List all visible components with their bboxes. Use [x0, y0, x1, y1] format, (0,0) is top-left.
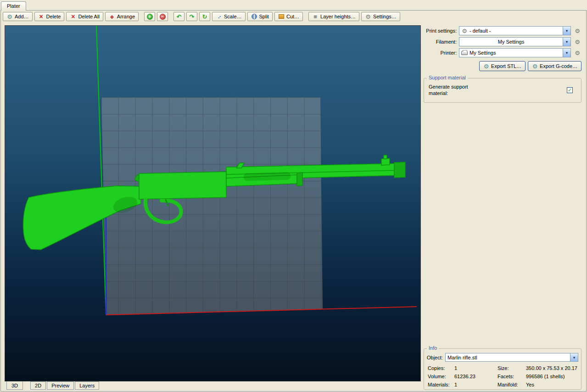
forearm-checkering: [244, 172, 291, 181]
arrange-icon: ◆: [109, 13, 115, 20]
scale-button[interactable]: ↔ Scale…: [212, 12, 246, 21]
size-value: 350.00 x 75.53 x 20.17: [526, 365, 578, 371]
slic3r-window: Plater ⚙ Add… × Delete × Delete All ◆ Ar…: [0, 0, 587, 10]
delete-all-label: Delete All: [78, 14, 99, 19]
print-settings-select[interactable]: ⚙ - default - ▾: [459, 26, 571, 35]
support-material-group: Support material Generate support materi…: [424, 78, 581, 103]
view-tabstrip: 3D 2D Preview Layers: [5, 381, 421, 390]
print-settings-value: - default -: [470, 28, 491, 34]
tab-layers[interactable]: Layers: [75, 381, 99, 390]
delete-button[interactable]: × Delete: [34, 12, 65, 21]
chevron-down-icon[interactable]: ▾: [563, 38, 570, 46]
export-stl-button[interactable]: ⚙ Export STL…: [479, 61, 526, 71]
copies-value: 1: [454, 365, 495, 371]
delete-all-button[interactable]: × Delete All: [66, 12, 103, 21]
plater-page: ⚙ Add… × Delete × Delete All ◆ Arrange +…: [0, 10, 587, 392]
3d-viewport[interactable]: [5, 25, 421, 381]
copies-label: Copies:: [428, 365, 452, 371]
rotate-ccw-icon: ↶: [176, 13, 182, 20]
gear-icon: ⚙: [461, 28, 468, 34]
layer-heights-icon: ≡: [312, 13, 319, 20]
rifle-receiver: [139, 172, 226, 199]
printer-value: My Settings: [470, 50, 496, 56]
print-settings-gear-button[interactable]: ⚙: [573, 28, 581, 34]
materials-label: Materials:: [428, 382, 452, 387]
split-button[interactable]: Split: [247, 12, 273, 21]
split-label: Split: [259, 14, 269, 19]
arrange-label: Arrange: [117, 14, 135, 19]
top-tabstrip: Plater: [0, 0, 587, 10]
chevron-down-icon[interactable]: ▾: [563, 49, 570, 57]
materials-value: 1: [454, 382, 495, 387]
rotate-ccw-button[interactable]: ↶: [173, 12, 184, 21]
rifle-front-sight: [381, 158, 390, 165]
manifold-label: Manifold:: [498, 382, 523, 387]
filament-value: My Settings: [498, 39, 524, 45]
cut-button[interactable]: Cut…: [274, 12, 303, 21]
add-label: Add…: [15, 14, 29, 19]
settings-button[interactable]: ⚙ Settings…: [361, 12, 400, 21]
printer-gear-button[interactable]: ⚙: [573, 50, 581, 56]
rifle-muzzle: [394, 162, 405, 178]
gear-icon: ⚙: [365, 13, 371, 20]
object-select[interactable]: Marlin rifle.stl ▾: [445, 353, 578, 362]
viewport-column: 3D 2D Preview Layers: [1, 22, 421, 391]
delete-label: Delete: [46, 14, 61, 19]
layer-heights-label: Layer heights…: [320, 14, 356, 19]
rotate-icon: ↻: [201, 13, 208, 20]
filament-select[interactable]: My Settings ▾: [459, 37, 571, 46]
toolbar: ⚙ Add… × Delete × Delete All ◆ Arrange +…: [1, 11, 586, 22]
scene-svg: [5, 26, 421, 381]
decrease-copies-button[interactable]: −: [157, 12, 168, 21]
arrange-button[interactable]: ◆ Arrange: [105, 12, 139, 21]
delete-icon: ×: [38, 13, 45, 20]
object-label: Object:: [427, 355, 443, 360]
cut-icon: [278, 13, 285, 20]
rotate-cw-icon: ↷: [189, 13, 195, 20]
export-gcode-label: Export G-code…: [540, 63, 577, 69]
chevron-down-icon[interactable]: ▾: [570, 353, 578, 361]
object-row: Object: Marlin rifle.stl ▾: [427, 353, 578, 362]
size-label: Size:: [498, 365, 523, 371]
info-title: Info: [427, 345, 439, 351]
printer-label: Printer:: [424, 50, 457, 56]
tab-3d[interactable]: 3D: [6, 381, 23, 390]
filament-row: Filament: My Settings ▾ ⚙: [424, 37, 581, 46]
printer-select[interactable]: My Settings ▾: [459, 48, 571, 57]
main-content: 3D 2D Preview Layers Print settings: ⚙ -…: [1, 22, 586, 391]
generate-support-label: Generate support material:: [429, 84, 484, 97]
facets-value: 996586 (1 shells): [526, 374, 578, 379]
export-stl-icon: ⚙: [483, 63, 489, 69]
support-material-title: Support material: [427, 75, 468, 80]
increase-copies-button[interactable]: +: [144, 12, 155, 21]
rotate-custom-button[interactable]: ↻: [199, 12, 210, 21]
tab-preview[interactable]: Preview: [47, 381, 74, 390]
tab-plater[interactable]: Plater: [1, 1, 26, 11]
facets-label: Facets:: [498, 374, 523, 379]
cut-label: Cut…: [286, 14, 299, 19]
plus-icon: +: [147, 14, 153, 20]
add-button[interactable]: ⚙ Add…: [3, 12, 33, 21]
export-gcode-button[interactable]: ⚙ Export G-code…: [528, 61, 581, 71]
add-icon: ⚙: [6, 13, 13, 20]
settings-sidebar: Print settings: ⚙ - default - ▾ ⚙ Filame…: [421, 22, 586, 391]
info-group: Info Object: Marlin rifle.stl ▾ Copies: …: [424, 348, 581, 390]
rotate-cw-button[interactable]: ↷: [186, 12, 197, 21]
scale-icon: ↔: [214, 12, 224, 21]
filament-gear-button[interactable]: ⚙: [573, 39, 581, 45]
generate-support-checkbox[interactable]: ✓: [567, 87, 573, 93]
layer-heights-button[interactable]: ≡ Layer heights…: [308, 12, 359, 21]
printer-row: Printer: My Settings ▾ ⚙: [424, 48, 581, 57]
manifold-value: Yes: [526, 382, 578, 387]
split-icon: [251, 13, 257, 20]
minus-icon: −: [160, 14, 166, 20]
export-gcode-icon: ⚙: [532, 63, 538, 69]
filament-label: Filament:: [424, 39, 457, 45]
volume-value: 61236.23: [454, 374, 495, 379]
volume-label: Volume:: [428, 374, 452, 379]
chevron-down-icon[interactable]: ▾: [563, 27, 570, 35]
scale-label: Scale…: [224, 14, 242, 19]
settings-label: Settings…: [373, 14, 397, 19]
tab-2d[interactable]: 2D: [30, 381, 46, 390]
delete-all-icon: ×: [70, 13, 76, 20]
